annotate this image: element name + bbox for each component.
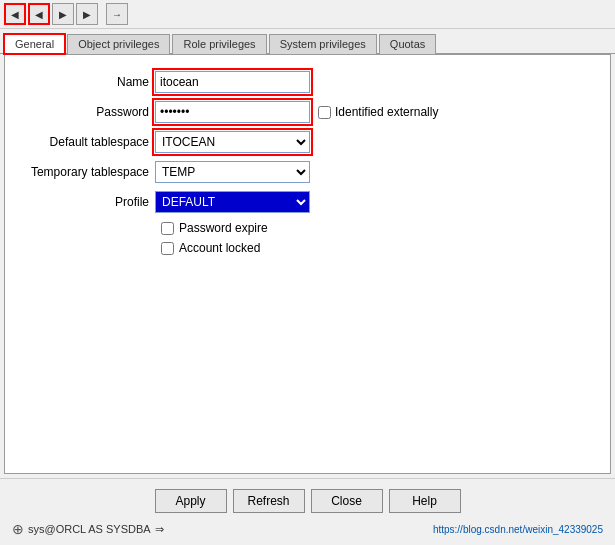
- temporary-tablespace-select[interactable]: TEMP: [155, 161, 310, 183]
- name-row: Name: [25, 71, 590, 93]
- password-row: Password Identified externally: [25, 101, 590, 123]
- status-url: https://blog.csdn.net/weixin_42339025: [433, 524, 603, 535]
- password-expire-row: Password expire: [161, 221, 590, 235]
- temporary-tablespace-label: Temporary tablespace: [25, 165, 155, 179]
- tab-quotas[interactable]: Quotas: [379, 34, 436, 54]
- checkboxes-area: Password expire Account locked: [161, 221, 590, 255]
- tab-general[interactable]: General: [4, 34, 65, 54]
- toolbar-back2-button[interactable]: ◀: [28, 3, 50, 25]
- identified-externally-checkbox[interactable]: [318, 106, 331, 119]
- identified-externally-label: Identified externally: [335, 105, 438, 119]
- name-label: Name: [25, 75, 155, 89]
- tab-object-privileges[interactable]: Object privileges: [67, 34, 170, 54]
- toolbar-forward1-button[interactable]: ▶: [52, 3, 74, 25]
- toolbar-back1-button[interactable]: ◀: [4, 3, 26, 25]
- temporary-tablespace-row: Temporary tablespace TEMP: [25, 161, 590, 183]
- close-button[interactable]: Close: [311, 489, 383, 513]
- status-bar: ⊕ sys@ORCL AS SYSDBA ⇒ https://blog.csdn…: [8, 519, 607, 539]
- name-input[interactable]: [155, 71, 310, 93]
- identified-externally-container: Identified externally: [318, 105, 438, 119]
- tab-role-privileges[interactable]: Role privileges: [172, 34, 266, 54]
- password-label: Password: [25, 105, 155, 119]
- bottom-area: Apply Refresh Close Help ⊕ sys@ORCL AS S…: [0, 478, 615, 545]
- toolbar-arrow-button[interactable]: →: [106, 3, 128, 25]
- password-expire-label: Password expire: [179, 221, 268, 235]
- profile-label: Profile: [25, 195, 155, 209]
- status-user: sys@ORCL AS SYSDBA: [28, 523, 151, 535]
- account-locked-row: Account locked: [161, 241, 590, 255]
- apply-button[interactable]: Apply: [155, 489, 227, 513]
- help-button[interactable]: Help: [389, 489, 461, 513]
- tab-system-privileges[interactable]: System privileges: [269, 34, 377, 54]
- password-input[interactable]: [155, 101, 310, 123]
- status-left: ⊕ sys@ORCL AS SYSDBA ⇒: [12, 521, 164, 537]
- status-arrow-icon: ⇒: [155, 523, 164, 536]
- profile-select[interactable]: DEFAULT: [155, 191, 310, 213]
- main-window: General Object privileges Role privilege…: [0, 29, 615, 478]
- account-locked-label: Account locked: [179, 241, 260, 255]
- account-locked-checkbox[interactable]: [161, 242, 174, 255]
- db-icon: ⊕: [12, 521, 24, 537]
- tab-bar: General Object privileges Role privilege…: [0, 29, 615, 54]
- refresh-button[interactable]: Refresh: [233, 489, 305, 513]
- toolbar: ◀ ◀ ▶ ▶ →: [0, 0, 615, 29]
- bottom-buttons: Apply Refresh Close Help: [8, 485, 607, 517]
- profile-row: Profile DEFAULT: [25, 191, 590, 213]
- password-expire-checkbox[interactable]: [161, 222, 174, 235]
- default-tablespace-row: Default tablespace ITOCEAN: [25, 131, 590, 153]
- content-area: Name Password Identified externally Defa…: [4, 54, 611, 474]
- default-tablespace-label: Default tablespace: [25, 135, 155, 149]
- toolbar-forward2-button[interactable]: ▶: [76, 3, 98, 25]
- default-tablespace-select[interactable]: ITOCEAN: [155, 131, 310, 153]
